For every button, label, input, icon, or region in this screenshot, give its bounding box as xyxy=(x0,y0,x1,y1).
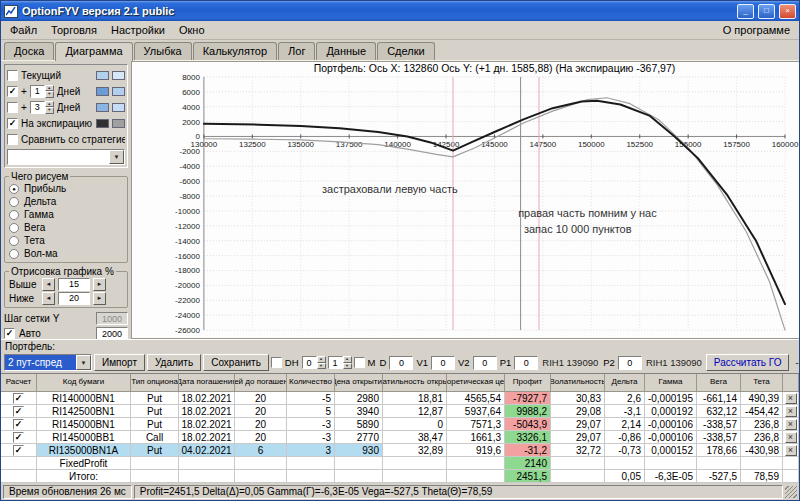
tab-calculator[interactable]: Калькулятор xyxy=(193,42,277,60)
m-checkbox[interactable] xyxy=(354,357,365,368)
menu-settings[interactable]: Настройки xyxy=(104,22,172,38)
v2-input[interactable]: 0 xyxy=(473,356,497,370)
tab-board[interactable]: Доска xyxy=(4,42,54,60)
column-header[interactable]: Волатильность открытия xyxy=(383,374,447,392)
delete-button[interactable]: Удалить xyxy=(147,354,201,371)
payoff-chart[interactable]: -26000-24000-22000-20000-18000-16000-140… xyxy=(131,61,799,339)
tab-smile[interactable]: Улыбка xyxy=(134,42,192,60)
tab-diagram[interactable]: Диаграмма xyxy=(55,42,132,61)
color-swatch[interactable] xyxy=(112,119,125,128)
days-spinner-plus1[interactable]: 1▲▼ xyxy=(30,85,54,98)
table-row[interactable]: ✓RI140000BN1Put18.02.202120-5298018,8145… xyxy=(1,392,799,405)
row-checkbox[interactable]: ✓ xyxy=(13,393,24,404)
spin-down-icon[interactable]: ▼ xyxy=(317,363,326,370)
color-swatch[interactable] xyxy=(96,87,109,96)
table-row[interactable]: ✓RI142500BN1Put18.02.2021205394012,87593… xyxy=(1,405,799,418)
tab-data[interactable]: Данные xyxy=(316,42,376,60)
compare-checkbox[interactable] xyxy=(7,134,18,145)
increase-button[interactable]: ► xyxy=(93,292,106,305)
column-header[interactable]: Тета xyxy=(741,374,783,392)
row-close-button[interactable]: × xyxy=(785,406,797,417)
tab-log[interactable]: Лог xyxy=(278,42,315,60)
color-swatch[interactable] xyxy=(96,119,109,128)
curve-checkbox-plus1[interactable]: ✓ xyxy=(7,86,18,97)
column-header[interactable]: Расчет xyxy=(1,374,37,392)
column-header[interactable]: Профит xyxy=(505,374,551,392)
tab-deals[interactable]: Сделки xyxy=(377,42,435,60)
row-checkbox[interactable]: ✓ xyxy=(13,406,24,417)
row-checkbox[interactable]: ✓ xyxy=(13,432,24,443)
dh-checkbox[interactable] xyxy=(271,357,282,368)
draw-option-theta[interactable]: Тета xyxy=(9,234,123,247)
column-header[interactable]: Теоретическая цена xyxy=(447,374,505,392)
color-swatch[interactable] xyxy=(112,71,125,80)
column-header[interactable]: Тип опциона xyxy=(131,374,179,392)
render-row-below: Ниже◄20► xyxy=(9,291,123,305)
calc-margin-button[interactable]: Рассчитать ГО xyxy=(706,354,790,371)
column-header[interactable]: Гамма xyxy=(645,374,697,392)
decrease-button[interactable]: ◄ xyxy=(42,292,55,305)
table-row[interactable]: FixedProfit2140 xyxy=(1,457,799,470)
row-checkbox[interactable]: ✓ xyxy=(13,419,24,430)
menu-file[interactable]: Файл xyxy=(3,22,44,38)
draw-option-volma[interactable]: Вол-ма xyxy=(9,247,123,260)
column-header[interactable]: Вега xyxy=(697,374,741,392)
increase-button[interactable]: ► xyxy=(93,278,106,291)
row-close-button[interactable]: × xyxy=(785,393,797,404)
table-row[interactable]: ✓RI145000BB1Call18.02.202120-3277038,471… xyxy=(1,431,799,444)
table-row[interactable]: ✓RI145000BN1Put18.02.202120-3589007571,3… xyxy=(1,418,799,431)
curve-checkbox-current[interactable] xyxy=(7,70,18,81)
draw-option-profit[interactable]: ●Прибыль xyxy=(9,182,123,195)
svg-text:6000: 6000 xyxy=(182,88,200,97)
color-swatch[interactable] xyxy=(96,103,109,112)
menu-trade[interactable]: Торговля xyxy=(44,22,104,38)
auto-grid-checkbox[interactable]: ✓ xyxy=(4,328,15,339)
color-swatch[interactable] xyxy=(96,71,109,80)
curve-checkbox-expiration[interactable]: ✓ xyxy=(7,118,18,129)
row-checkbox[interactable]: ✓ xyxy=(13,445,24,456)
row-close-button[interactable]: × xyxy=(785,419,797,430)
column-header[interactable]: Цена открытия xyxy=(335,374,383,392)
table-row[interactable]: Итого:2451,50,05-6,3E-05-527,578,59 xyxy=(1,470,799,483)
spin-down-icon[interactable]: ▼ xyxy=(45,107,54,114)
d-input[interactable]: 0 xyxy=(389,356,413,370)
color-swatch[interactable] xyxy=(112,103,125,112)
v1-input[interactable]: 0 xyxy=(431,356,455,370)
chevron-down-icon[interactable]: ▼ xyxy=(76,355,91,370)
strategy-combo[interactable]: ▼ xyxy=(7,149,125,165)
dh-spinner-2[interactable]: 1▲▼ xyxy=(328,356,352,369)
chevron-down-icon[interactable]: ▼ xyxy=(109,150,124,164)
minimize-button[interactable]: _ xyxy=(737,4,754,19)
table-row[interactable]: ✓RI135000BN1APut04.02.20216393032,89919,… xyxy=(1,444,799,457)
resize-grip[interactable] xyxy=(785,486,797,498)
draw-option-vega[interactable]: Вега xyxy=(9,221,123,234)
dh-spinner-1[interactable]: 0▲▼ xyxy=(302,356,326,369)
row-close-button[interactable]: × xyxy=(785,445,797,456)
column-header[interactable]: Дата погашения xyxy=(179,374,235,392)
column-header[interactable]: Код бумаги xyxy=(37,374,131,392)
draw-option-delta[interactable]: Дельта xyxy=(9,195,123,208)
spin-down-icon[interactable]: ▼ xyxy=(343,363,352,370)
save-button[interactable]: Сохранить xyxy=(203,354,269,371)
p1-input[interactable]: 0 xyxy=(514,356,538,370)
import-button[interactable]: Импорт xyxy=(94,354,145,371)
color-swatch[interactable] xyxy=(112,87,125,96)
column-header[interactable]: Дней до погашения xyxy=(235,374,287,392)
decrease-button[interactable]: ◄ xyxy=(42,278,55,291)
portfolio-combo[interactable]: 2 пут-спред ▼ xyxy=(4,354,92,371)
column-header[interactable]: Дельта xyxy=(605,374,645,392)
menu-window[interactable]: Окно xyxy=(172,22,212,38)
curve-checkbox-plus3[interactable] xyxy=(7,102,18,113)
draw-option-gamma[interactable]: Гамма xyxy=(9,208,123,221)
p2-input[interactable]: 0 xyxy=(618,356,642,370)
spin-down-icon[interactable]: ▼ xyxy=(45,91,54,98)
column-header[interactable] xyxy=(783,374,799,392)
grid-step-y-input[interactable]: 1000 xyxy=(96,312,128,325)
close-button[interactable]: × xyxy=(779,4,796,19)
maximize-button[interactable]: □ xyxy=(758,4,775,19)
menu-about[interactable]: О программе xyxy=(716,22,797,38)
column-header[interactable]: Количество xyxy=(287,374,335,392)
row-close-button[interactable]: × xyxy=(785,432,797,443)
days-spinner-plus3[interactable]: 3▲▼ xyxy=(30,101,54,114)
column-header[interactable]: Волатильность xyxy=(551,374,605,392)
